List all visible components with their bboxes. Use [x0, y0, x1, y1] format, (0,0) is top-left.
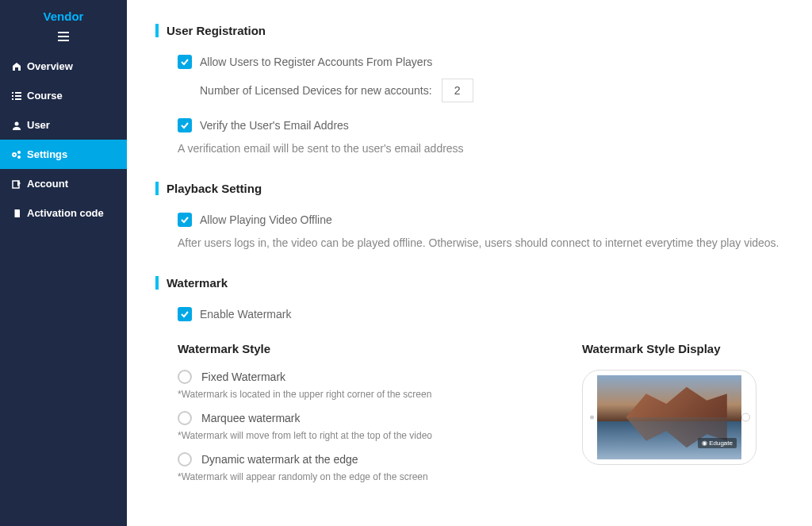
section-body: Allow Playing Video Offline After users … [155, 213, 788, 249]
radio-label: Fixed Watermark [201, 371, 285, 383]
preview-screen: ◉ Edugate [597, 375, 741, 459]
radio-label: Dynamic watermark at the edge [201, 453, 358, 466]
sidebar-item-user[interactable]: User [0, 110, 127, 140]
main-content: User Registration Allow Users to Registe… [127, 0, 812, 526]
svg-rect-1 [58, 36, 69, 37]
watermark-option-marquee: Marquee watermark [178, 411, 534, 425]
svg-rect-3 [12, 92, 13, 94]
checkbox-allow-offline[interactable] [178, 213, 192, 227]
phone-mockup: ◉ Edugate [582, 370, 756, 465]
edit-icon [11, 179, 22, 189]
check-icon [180, 121, 190, 130]
option-label: Allow Users to Register Accounts From Pl… [200, 56, 432, 68]
num-devices-input[interactable] [442, 79, 473, 102]
num-devices-label: Number of Licensed Devices for new accou… [200, 84, 432, 97]
user-icon [11, 121, 22, 130]
section-body: Allow Users to Register Accounts From Pl… [155, 55, 788, 155]
brand-logo: Vendor [0, 0, 127, 28]
checkbox-allow-register[interactable] [178, 55, 192, 69]
checkbox-verify-email[interactable] [178, 118, 192, 132]
svg-point-12 [17, 151, 21, 154]
svg-rect-7 [12, 98, 13, 100]
book-icon [11, 209, 22, 218]
sidebar-item-settings[interactable]: Settings [0, 140, 127, 169]
option-allow-register: Allow Users to Register Accounts From Pl… [178, 55, 788, 69]
watermark-option-dynamic: Dynamic watermark at the edge [178, 452, 534, 466]
radio-hint: *Watermark will move from left to right … [178, 430, 534, 441]
svg-rect-15 [13, 209, 15, 217]
svg-rect-5 [12, 95, 13, 97]
watermark-display-column: Watermark Style Display ◉ Edugate [582, 331, 788, 465]
radio-fixed[interactable] [178, 370, 192, 384]
svg-rect-4 [15, 92, 21, 94]
svg-point-11 [13, 154, 15, 155]
sidebar-nav: Overview Course User Settings [0, 52, 127, 228]
svg-rect-2 [58, 40, 69, 41]
section-title: Watermark [155, 276, 788, 290]
app-root: Vendor Overview Course [0, 0, 812, 526]
option-allow-offline: Allow Playing Video Offline [178, 213, 788, 227]
option-label: Allow Playing Video Offline [200, 213, 332, 226]
option-label: Enable Watermark [200, 308, 291, 321]
sidebar-item-course[interactable]: Course [0, 81, 127, 110]
home-icon [11, 62, 22, 71]
check-icon [180, 215, 190, 225]
sidebar-item-label: Overview [27, 60, 73, 72]
radio-hint: *Watermark will appear randomly on the e… [178, 471, 534, 482]
watermark-option-fixed: Fixed Watermark [178, 370, 534, 384]
gears-icon [11, 150, 22, 159]
section-user-registration: User Registration Allow Users to Registe… [155, 24, 788, 155]
sidebar-item-label: Account [27, 178, 68, 190]
radio-hint: *Watermark is located in the upper right… [178, 389, 534, 400]
radio-marquee[interactable] [178, 411, 192, 425]
menu-toggle[interactable] [0, 28, 127, 52]
watermark-badge: ◉ Edugate [698, 438, 737, 448]
svg-rect-6 [15, 95, 21, 97]
watermark-style-column: Watermark Style Fixed Watermark *Waterma… [178, 331, 534, 493]
radio-dynamic[interactable] [178, 452, 192, 466]
sidebar-item-label: Activation code [27, 207, 104, 219]
section-watermark: Watermark Enable Watermark Watermark Sty… [155, 276, 788, 493]
sidebar-item-label: Settings [27, 148, 67, 160]
sidebar-item-label: User [27, 119, 50, 131]
option-label: Verify the User's Email Addres [200, 119, 349, 132]
svg-point-9 [15, 121, 19, 125]
preview-image-mountain [626, 384, 726, 417]
section-playback: Playback Setting Allow Playing Video Off… [155, 182, 788, 249]
watermark-style-heading: Watermark Style [178, 342, 534, 355]
radio-label: Marquee watermark [201, 412, 301, 424]
section-title: User Registration [155, 24, 788, 37]
option-enable-watermark: Enable Watermark [178, 307, 788, 321]
sidebar-item-label: Course [27, 90, 63, 102]
offline-help: After users logs in, the video can be pl… [178, 236, 788, 249]
section-body: Enable Watermark Watermark Style Fixed W… [155, 307, 788, 493]
verify-email-help: A verification email will be sent to the… [178, 142, 788, 155]
option-verify-email: Verify the User's Email Addres [178, 118, 788, 132]
watermark-display-heading: Watermark Style Display [582, 342, 788, 355]
check-icon [180, 309, 190, 319]
num-devices-row: Number of Licensed Devices for new accou… [178, 79, 788, 102]
watermark-columns: Watermark Style Fixed Watermark *Waterma… [178, 331, 788, 493]
svg-rect-8 [15, 98, 21, 100]
sidebar-item-overview[interactable]: Overview [0, 52, 127, 81]
sidebar: Vendor Overview Course [0, 0, 127, 526]
svg-point-13 [17, 155, 21, 159]
list-icon [11, 91, 22, 101]
hamburger-icon [58, 31, 69, 44]
section-title: Playback Setting [155, 182, 788, 195]
checkbox-enable-watermark[interactable] [178, 307, 192, 321]
sidebar-item-account[interactable]: Account [0, 169, 127, 198]
svg-rect-0 [58, 32, 69, 33]
check-icon [180, 57, 190, 67]
sidebar-item-activation-code[interactable]: Activation code [0, 198, 127, 228]
